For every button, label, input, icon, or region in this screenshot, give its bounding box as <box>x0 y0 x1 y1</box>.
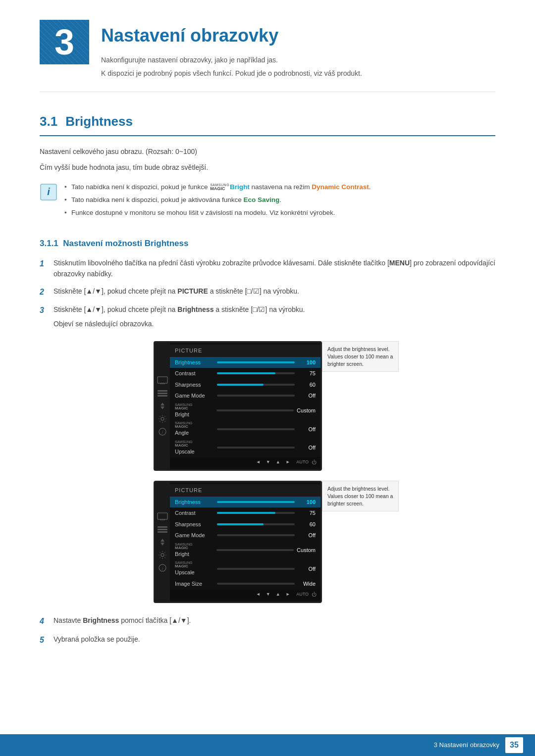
section-31-body2: Čím vyšší bude hodnota jasu, tím bude ob… <box>40 162 495 173</box>
monitor-info-icon-2: i <box>157 564 168 572</box>
step-1: 1 Stisknutím libovolného tlačítka na pře… <box>40 257 495 280</box>
monitor-tv-icon-2 <box>157 512 168 520</box>
monitor-2-row-contrast: Contrast 75 <box>170 507 321 519</box>
footer-page-number: 35 <box>505 737 523 753</box>
chapter-title: Nastavení obrazovky <box>101 22 362 49</box>
monitor-2-row-magicbright: SAMSUNGMAGICBright Custom <box>170 541 321 560</box>
svg-marker-8 <box>160 406 164 409</box>
monitor-1-row-sharpness: Sharpness 60 <box>170 379 321 391</box>
svg-rect-5 <box>158 393 167 394</box>
monitor-arrows-icon-2 <box>157 538 168 546</box>
monitor-left-icons-1: i <box>155 343 170 469</box>
svg-point-9 <box>161 417 164 420</box>
step-5: 5 Vybraná položka se použije. <box>40 634 495 647</box>
note-icon: i <box>40 183 57 201</box>
svg-text:i: i <box>162 566 163 571</box>
nav-right-arrow: ► <box>284 459 291 466</box>
monitor-screenshot-1: i PICTURE Brightness 100 <box>154 341 411 471</box>
nav-up-arrow-2: ▲ <box>274 591 281 598</box>
nav-up-arrow: ▲ <box>274 459 281 466</box>
nav-power-icon-2: ⏻ <box>312 591 317 598</box>
nav-right-arrow-2: ► <box>284 591 291 598</box>
monitor-left-icons-2: i <box>155 482 170 602</box>
svg-rect-4 <box>158 390 167 392</box>
monitor-screenshot-2: i PICTURE Brightness 100 <box>154 481 411 603</box>
nav-auto-label-2: AUTO <box>296 591 309 598</box>
page-footer: 3 Nastavení obrazovky 35 <box>0 734 535 756</box>
chapter-title-block: Nastavení obrazovky Nakonfigurujte nasta… <box>101 20 362 82</box>
step-3: 3 Stiskněte [▲/▼], pokud chcete přejít n… <box>40 304 495 329</box>
svg-rect-6 <box>158 395 167 397</box>
svg-marker-7 <box>160 403 164 405</box>
note-content: Tato nabídka není k dispozici, pokud je … <box>64 182 371 221</box>
chapter-header: 3 Nastavení obrazovky Nakonfigurujte nas… <box>40 20 495 92</box>
steps-4-5: 4 Nastavte Brightness pomocí tlačítka [▲… <box>40 615 495 646</box>
monitor-1-screen: PICTURE Brightness 100 Contrast <box>170 343 321 469</box>
section-31-title: 3.1Brightness <box>40 112 495 136</box>
step-3-sub: Objeví se následující obrazovka. <box>54 318 495 329</box>
section-31-body1: Nastavení celkového jasu obrazu. (Rozsah… <box>40 146 495 157</box>
monitor-1-row-gamemode: Game Mode Off <box>170 390 321 402</box>
note-box: i Tato nabídka není k dispozici, pokud j… <box>40 182 495 221</box>
note-item-1: Tato nabídka není k dispozici, pokud je … <box>64 182 371 192</box>
monitor-1-wrapper: i PICTURE Brightness 100 <box>154 341 322 471</box>
monitor-1-row-magicangle: SAMSUNGMAGICAngle Off <box>170 420 321 439</box>
svg-rect-14 <box>158 526 167 528</box>
chapter-desc2: K dispozici je podrobný popis všech funk… <box>101 68 362 79</box>
monitor-2-row-sharpness: Sharpness 60 <box>170 519 321 530</box>
monitor-2-annotation: Adjust the brightness level. Values clos… <box>322 481 399 511</box>
steps-list: 1 Stisknutím libovolného tlačítka na pře… <box>40 257 495 329</box>
nav-power-icon: ⏻ <box>312 458 317 466</box>
monitor-2-screen: PICTURE Brightness 100 Contrast <box>170 482 321 602</box>
monitor-1-row-brightness: Brightness 100 <box>170 357 321 368</box>
monitor-2-wrapper: i PICTURE Brightness 100 <box>154 481 322 603</box>
step-4: 4 Nastavte Brightness pomocí tlačítka [▲… <box>40 615 495 628</box>
monitor-1-annotation: Adjust the brightness level. Values clos… <box>322 341 399 372</box>
monitor-1-body: i PICTURE Brightness 100 <box>154 341 322 471</box>
monitor-lines-icon-2 <box>157 525 168 533</box>
monitor-1-row-contrast: Contrast 75 <box>170 368 321 379</box>
note-item-3: Funkce dostupné v monitoru se mohou liši… <box>64 208 371 218</box>
screenshots-area: i PICTURE Brightness 100 <box>69 341 495 603</box>
monitor-2-nav-bar: ◄ ▼ ▲ ► AUTO ⏻ <box>170 589 321 600</box>
monitor-1-row-magicbright: SAMSUNGMAGICBright Custom <box>170 402 321 420</box>
nav-down-arrow-2: ▼ <box>265 591 271 598</box>
monitor-gear-icon-2 <box>157 551 168 559</box>
step-2: 2 Stiskněte [▲/▼], pokud chcete přejít n… <box>40 286 495 299</box>
svg-rect-15 <box>158 529 167 530</box>
monitor-arrows-icon <box>157 402 168 410</box>
monitor-1-header: PICTURE <box>170 345 321 357</box>
monitor-2-header: PICTURE <box>170 484 321 497</box>
page-container: 3 Nastavení obrazovky Nakonfigurujte nas… <box>0 0 535 692</box>
svg-rect-12 <box>158 513 167 519</box>
subsection-311-title: 3.1.1 Nastavení možnosti Brightness <box>40 237 495 250</box>
chapter-desc1: Nakonfigurujte nastavení obrazovky, jako… <box>101 55 362 65</box>
nav-left-arrow-2: ◄ <box>255 591 262 598</box>
monitor-2-row-imagesize: Image Size Wide <box>170 578 321 590</box>
nav-down-arrow: ▼ <box>265 459 271 466</box>
monitor-1-row-magicupscale: SAMSUNGMAGICUpscale Off <box>170 439 321 457</box>
svg-rect-16 <box>158 531 167 533</box>
monitor-2-row-magicupscale: SAMSUNGMAGICUpscale Off <box>170 559 321 578</box>
footer-text: 3 Nastavení obrazovky <box>434 740 499 750</box>
samsung-magic-logo-1: SAMSUNGMAGIC <box>210 183 229 191</box>
monitor-gear-icon <box>157 415 168 423</box>
svg-rect-2 <box>158 377 167 383</box>
svg-marker-17 <box>160 539 164 542</box>
nav-auto-label: AUTO <box>296 459 309 466</box>
monitor-2-row-brightness: Brightness 100 <box>170 497 321 508</box>
monitor-2-body: i PICTURE Brightness 100 <box>154 481 322 603</box>
monitor-tv-icon <box>157 376 168 384</box>
monitor-info-icon: i <box>157 428 168 436</box>
svg-point-19 <box>161 554 164 556</box>
svg-text:i: i <box>47 186 50 197</box>
chapter-number: 3 <box>40 20 89 64</box>
note-item-2: Tato nabídka není k dispozici, pokud je … <box>64 195 371 205</box>
svg-marker-18 <box>160 543 164 546</box>
monitor-2-row-gamemode: Game Mode Off <box>170 530 321 541</box>
monitor-lines-icon <box>157 389 168 397</box>
monitor-1-nav-bar: ◄ ▼ ▲ ► AUTO ⏻ <box>170 457 321 467</box>
svg-text:i: i <box>162 430 163 435</box>
nav-left-arrow: ◄ <box>255 459 262 466</box>
